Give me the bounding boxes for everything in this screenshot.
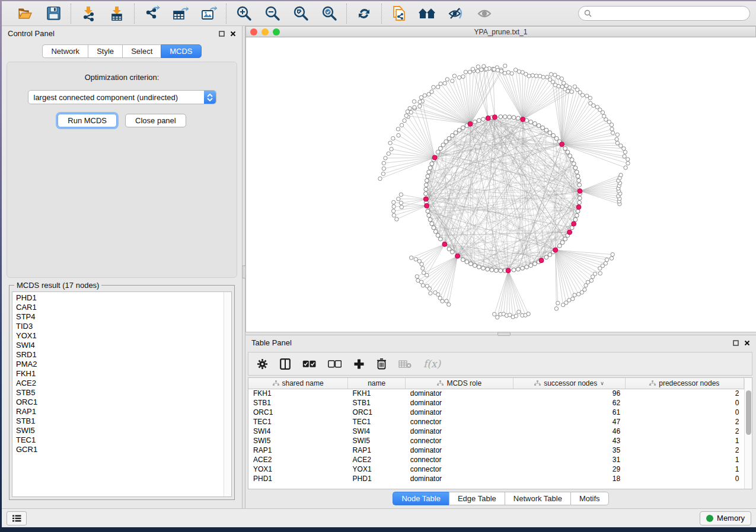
graph-node[interactable] — [450, 133, 454, 137]
close-table-panel-icon[interactable] — [744, 340, 750, 346]
table-scrollbar-thumb[interactable] — [746, 390, 751, 435]
table-cell[interactable]: SWI4 — [348, 427, 406, 436]
table-cell[interactable]: STB1 — [348, 398, 406, 408]
graph-node[interactable] — [541, 126, 545, 130]
graph-hub-node[interactable] — [560, 142, 564, 146]
graph-node[interactable] — [573, 166, 578, 170]
refresh-icon[interactable] — [355, 5, 373, 23]
graph-node[interactable] — [461, 258, 465, 262]
graph-leaf-node[interactable] — [571, 297, 575, 300]
graph-leaf-node[interactable] — [560, 77, 563, 81]
mcds-result-item[interactable]: YOX1 — [16, 331, 231, 341]
graph-leaf-node[interactable] — [583, 288, 586, 291]
graph-hub-node[interactable] — [468, 121, 473, 126]
graph-leaf-node[interactable] — [382, 166, 385, 170]
table-cell[interactable]: 29 — [513, 464, 625, 474]
graph-leaf-node[interactable] — [546, 75, 549, 79]
graph-node[interactable] — [516, 267, 520, 271]
table-row[interactable]: TEC1TEC1connector472 — [248, 417, 744, 427]
graph-leaf-node[interactable] — [409, 256, 413, 259]
graph-leaf-node[interactable] — [436, 85, 439, 89]
graph-hub-node[interactable] — [521, 117, 525, 121]
select-all-checkboxes-icon[interactable] — [302, 360, 316, 368]
graph-hub-node[interactable] — [539, 258, 544, 263]
mcds-result-item[interactable]: SWI5 — [16, 426, 231, 435]
mcds-result-item[interactable]: SWI4 — [16, 341, 231, 350]
graph-leaf-node[interactable] — [602, 114, 606, 118]
graph-node[interactable] — [525, 265, 529, 269]
column-header-name[interactable]: name — [348, 378, 406, 389]
graph-node[interactable] — [450, 250, 454, 254]
table-cell[interactable]: 18 — [513, 474, 625, 483]
export-table-icon[interactable] — [171, 5, 189, 23]
zoom-in-icon[interactable] — [235, 5, 253, 23]
graph-node[interactable] — [486, 267, 490, 271]
graph-node[interactable] — [576, 209, 580, 213]
graph-leaf-node[interactable] — [538, 74, 541, 78]
graph-leaf-node[interactable] — [415, 274, 419, 278]
graph-leaf-node[interactable] — [432, 85, 435, 89]
graph-node[interactable] — [576, 174, 580, 178]
graph-leaf-node[interactable] — [589, 278, 593, 282]
graph-leaf-node[interactable] — [513, 68, 517, 72]
export-network-icon[interactable] — [143, 5, 161, 23]
graph-hub-node[interactable] — [423, 197, 428, 201]
graph-leaf-node[interactable] — [619, 173, 623, 177]
graph-node[interactable] — [560, 241, 564, 245]
graph-node[interactable] — [447, 136, 451, 140]
graph-node[interactable] — [563, 146, 567, 150]
optimization-criterion-dropdown[interactable]: largest connected component (undirected) — [28, 90, 216, 104]
table-cell[interactable]: dominator — [406, 446, 513, 455]
graph-leaf-node[interactable] — [414, 257, 417, 261]
show-all-icon[interactable] — [476, 5, 493, 23]
graph-node[interactable] — [548, 131, 552, 135]
table-cell[interactable]: ORC1 — [348, 408, 406, 417]
zoom-out-icon[interactable] — [263, 5, 281, 23]
graph-leaf-node[interactable] — [412, 100, 416, 103]
graph-node[interactable] — [430, 162, 434, 166]
table-cell[interactable]: 1 — [625, 455, 744, 464]
graph-node[interactable] — [428, 217, 432, 222]
mcds-result-item[interactable]: RAP1 — [16, 407, 231, 416]
graph-hub-node[interactable] — [425, 203, 429, 208]
table-cell[interactable]: ACE2 — [248, 455, 348, 464]
graph-leaf-node[interactable] — [573, 293, 576, 297]
graph-leaf-node[interactable] — [409, 110, 413, 114]
graph-leaf-node[interactable] — [554, 307, 558, 310]
graph-node[interactable] — [521, 266, 525, 270]
graph-node[interactable] — [529, 264, 533, 268]
table-cell[interactable]: YOX1 — [248, 464, 348, 474]
graph-leaf-node[interactable] — [397, 133, 400, 137]
graph-leaf-node[interactable] — [514, 314, 518, 318]
graph-hub-node[interactable] — [455, 254, 460, 258]
graph-leaf-node[interactable] — [503, 71, 506, 75]
graph-leaf-node[interactable] — [421, 284, 425, 287]
column-header-successor-nodes[interactable]: successor nodes∨ — [513, 378, 625, 389]
graph-node[interactable] — [516, 116, 520, 120]
graph-node[interactable] — [503, 115, 507, 119]
vertical-splitter-handle[interactable] — [242, 265, 246, 278]
table-cell[interactable]: dominator — [406, 427, 513, 436]
table-cell[interactable]: RAP1 — [248, 446, 348, 455]
graph-node[interactable] — [508, 115, 512, 119]
mcds-result-item[interactable]: GCR1 — [16, 445, 231, 454]
tab-motifs[interactable]: Motifs — [570, 492, 609, 505]
graph-leaf-node[interactable] — [480, 68, 483, 72]
graph-leaf-node[interactable] — [418, 104, 422, 108]
graph-leaf-node[interactable] — [399, 201, 403, 204]
graph-leaf-node[interactable] — [521, 70, 524, 74]
graph-leaf-node[interactable] — [447, 303, 451, 306]
graph-leaf-node[interactable] — [419, 95, 423, 99]
node-table[interactable]: shared namenameMCDS rolesuccessor nodes∨… — [248, 378, 744, 483]
table-cell[interactable]: 43 — [513, 436, 625, 446]
graph-node[interactable] — [427, 213, 431, 217]
graph-leaf-node[interactable] — [595, 105, 599, 109]
graph-leaf-node[interactable] — [445, 78, 449, 81]
graph-leaf-node[interactable] — [451, 79, 454, 82]
graph-leaf-node[interactable] — [517, 310, 521, 313]
table-cell[interactable]: 2 — [625, 417, 744, 427]
graph-node[interactable] — [430, 222, 434, 226]
graph-node[interactable] — [494, 268, 498, 273]
deselect-all-checkboxes-icon[interactable] — [328, 360, 342, 368]
graph-leaf-node[interactable] — [420, 262, 423, 266]
